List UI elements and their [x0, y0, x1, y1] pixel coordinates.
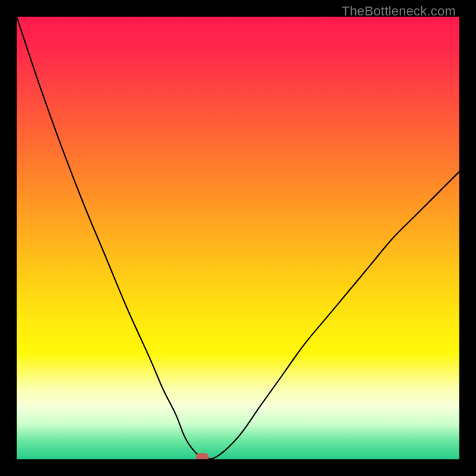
chart-frame: TheBottleneck.com — [0, 0, 476, 476]
curve-svg — [17, 17, 459, 459]
bottleneck-curve — [17, 17, 459, 459]
plot-area — [17, 17, 459, 459]
optimal-point-marker — [196, 453, 209, 459]
